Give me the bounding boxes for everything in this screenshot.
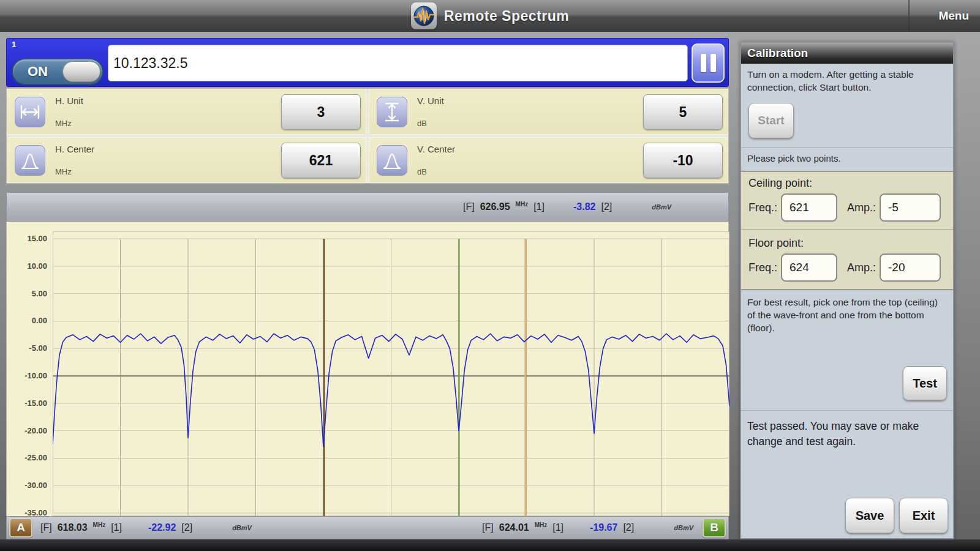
test-result-text: Test passed. You may save or make change…	[747, 419, 943, 449]
f-marker-amplitude: -3.82	[573, 201, 595, 212]
b-marker-readout: [F] 624.01 MHz [1] -19.67 [2] dBmV B	[482, 517, 726, 539]
floor-amp-input[interactable]	[880, 253, 941, 282]
f-marker-readout: [F] 626.95 MHz [1] -3.82 [2] dBmV	[463, 193, 671, 221]
h-span-icon	[15, 97, 45, 127]
peak-curve-icon	[377, 145, 407, 176]
v-unit-label: V. Unit	[417, 96, 444, 106]
title-bar: Remote Spectrum Menu	[0, 0, 980, 32]
calibration-points-box: Ceiling point: Freq.: Amp.: Floor point:…	[741, 171, 953, 290]
marker-readout-top: [F] 626.95 MHz [1] -3.82 [2] dBmV	[6, 192, 729, 222]
calibration-hint-text: For best result, pick one from the top (…	[747, 296, 947, 335]
y-tick-label: 0.00	[9, 316, 47, 325]
a-marker-tag: [F]	[40, 522, 52, 533]
y-tick-label: 10.00	[9, 261, 47, 271]
v-center-unit: dB	[417, 167, 427, 176]
b-marker-tag-2: [2]	[623, 522, 634, 533]
b-marker-frequency-unit: MHz	[535, 522, 548, 528]
connection-bar: 1 ON	[6, 38, 729, 87]
exit-button[interactable]: Exit	[899, 498, 948, 533]
h-unit-value-button[interactable]: 3	[281, 94, 361, 130]
a-marker-readout: A [F] 618.03 MHz [1] -22.92 [2] dBmV	[9, 517, 252, 539]
b-marker-amplitude-unit: dBmV	[674, 524, 693, 531]
ceiling-point-label: Ceiling point:	[748, 177, 946, 190]
titlebar-divider	[908, 0, 910, 32]
pause-icon	[701, 54, 706, 72]
y-tick-label: 5.00	[9, 289, 47, 298]
v-span-icon	[377, 97, 407, 127]
b-marker-tag: [F]	[482, 522, 494, 533]
app-logo-icon	[411, 2, 437, 29]
h-unit-label: H. Unit	[55, 96, 83, 106]
footer-strip	[0, 539, 980, 551]
save-button[interactable]: Save	[845, 498, 894, 533]
v-unit-control: V. Unit dB 5	[369, 89, 728, 135]
start-button[interactable]: Start	[748, 103, 794, 138]
f-marker-frequency: 626.95	[480, 201, 510, 212]
y-tick-label: -20.00	[9, 426, 47, 435]
separator	[741, 229, 953, 230]
y-tick-label: -15.00	[9, 399, 47, 408]
separator	[741, 147, 953, 148]
marker-b-button[interactable]: B	[703, 518, 726, 538]
marker-a-button[interactable]: A	[9, 518, 32, 538]
f-marker-tag: [F]	[463, 201, 475, 212]
a-marker-amplitude: -22.92	[148, 522, 176, 533]
ceiling-amp-input[interactable]	[880, 193, 941, 222]
a-marker-amplitude-unit: dBmV	[232, 524, 252, 531]
v-center-control: V. Center dB -10	[369, 137, 728, 183]
calibration-body: Turn on a modem. After getting a stable …	[741, 64, 953, 539]
calibration-panel: Calibration Turn on a modem. After getti…	[740, 42, 954, 539]
v-unit-value-button[interactable]: 5	[643, 94, 723, 130]
h-center-value-button[interactable]: 621	[281, 143, 361, 178]
remote-spectrum-app: Remote Spectrum Menu 1 ON H. Unit	[0, 0, 980, 551]
h-center-unit: MHz	[55, 167, 72, 176]
v-unit-unit: dB	[417, 119, 427, 128]
title-group: Remote Spectrum	[0, 0, 980, 32]
floor-freq-input[interactable]	[781, 253, 837, 282]
calibration-header: Calibration	[741, 43, 953, 64]
power-toggle-label: ON	[28, 64, 48, 80]
f-marker-tag-1: [1]	[533, 201, 545, 212]
floor-point-row: Freq.: Amp.:	[748, 253, 946, 282]
a-marker-tag-2: [2]	[181, 522, 192, 533]
spectrum-controls: H. Unit MHz 3 V. Unit dB 5	[6, 88, 729, 184]
ceiling-amp-label: Amp.:	[847, 201, 876, 214]
calibration-bottom-buttons: Save Exit	[845, 498, 948, 533]
y-tick-label: -10.00	[9, 371, 47, 380]
pick-points-prompt: Please pick two points.	[747, 152, 947, 165]
h-center-label: H. Center	[55, 144, 94, 154]
v-center-value-button[interactable]: -10	[643, 143, 723, 178]
app-title: Remote Spectrum	[444, 8, 569, 24]
pause-icon	[710, 54, 716, 72]
floor-freq-label: Freq.:	[748, 261, 777, 274]
floor-point-label: Floor point:	[748, 237, 946, 250]
f-marker-frequency-unit: MHz	[516, 201, 529, 208]
f-marker-amplitude-unit: dBmV	[652, 203, 671, 211]
spectrum-plot[interactable]	[53, 231, 729, 516]
y-tick-label: -5.00	[9, 343, 47, 353]
h-center-control: H. Center MHz 621	[7, 137, 366, 183]
test-button[interactable]: Test	[903, 366, 947, 400]
b-marker-tag-1: [1]	[552, 522, 564, 533]
a-marker-frequency-unit: MHz	[93, 522, 106, 528]
power-toggle-knob[interactable]	[62, 61, 100, 82]
ip-address-input[interactable]	[108, 45, 688, 81]
y-tick-label: 15.00	[9, 234, 47, 243]
power-toggle[interactable]: ON	[12, 58, 104, 85]
f-marker-tag-2: [2]	[601, 201, 612, 212]
peak-curve-icon	[15, 145, 45, 176]
ceiling-freq-input[interactable]	[781, 193, 837, 222]
menu-button[interactable]: Menu	[938, 0, 969, 32]
pause-button[interactable]	[692, 43, 725, 83]
a-marker-frequency: 618.03	[58, 522, 88, 533]
b-marker-frequency: 624.01	[499, 522, 529, 533]
floor-amp-label: Amp.:	[847, 261, 876, 274]
separator	[741, 410, 953, 411]
y-tick-label: -30.00	[9, 481, 47, 490]
h-unit-control: H. Unit MHz 3	[7, 89, 366, 135]
spectrum-chart[interactable]: 15.0010.005.000.00-5.00-10.00-15.00-20.0…	[6, 222, 729, 516]
b-marker-amplitude: -19.67	[590, 522, 617, 533]
calibration-intro-text: Turn on a modem. After getting a stable …	[747, 69, 947, 94]
h-unit-unit: MHz	[55, 119, 72, 128]
a-marker-tag-1: [1]	[111, 522, 122, 533]
